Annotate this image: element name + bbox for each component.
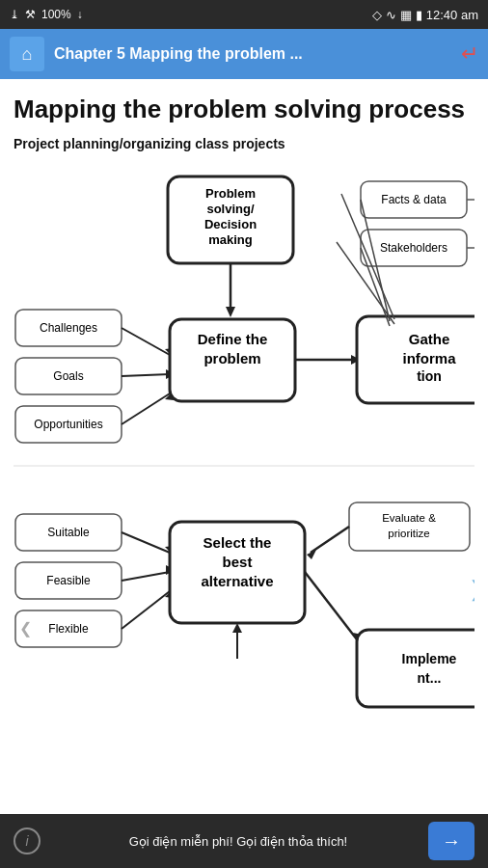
svg-line-55 <box>122 591 170 629</box>
home-icon: ⌂ <box>22 44 33 65</box>
svg-text:❯: ❯ <box>469 577 474 602</box>
svg-line-21 <box>122 374 170 376</box>
nav-bar: ⌂ Chapter 5 Mapping the problem ... ↵ <box>0 29 488 79</box>
svg-text:Feasible: Feasible <box>46 574 91 587</box>
sub-title: Project planning/organizing class projec… <box>14 136 474 151</box>
svg-line-23 <box>122 393 170 424</box>
svg-marker-6 <box>226 307 235 317</box>
svg-text:Suitable: Suitable <box>47 526 90 539</box>
android-icon: ⚒ <box>25 8 36 21</box>
svg-text:Opportunities: Opportunities <box>34 418 102 431</box>
status-bar: ⤓ ⚒ 100% ↓ ◇ ∿ ▦ ▮ 12:40 am <box>0 0 488 29</box>
svg-rect-39 <box>349 502 470 551</box>
back-button[interactable]: ↵ <box>461 41 478 67</box>
network-icon: ▦ <box>400 8 412 22</box>
svg-text:Define the: Define the <box>198 331 268 347</box>
svg-text:Goals: Goals <box>53 369 83 383</box>
signal-icon: ◇ <box>372 8 382 22</box>
svg-text:Evaluate &: Evaluate & <box>382 512 436 524</box>
svg-text:Problem: Problem <box>205 186 256 201</box>
svg-line-42 <box>311 527 349 553</box>
battery-icon: ▮ <box>416 8 422 22</box>
info-icon[interactable]: i <box>14 827 41 854</box>
svg-line-19 <box>122 328 170 355</box>
svg-text:prioritize: prioritize <box>388 528 429 539</box>
svg-text:solving/: solving/ <box>206 202 255 216</box>
status-left-icons: ⤓ ⚒ 100% ↓ <box>10 8 83 21</box>
svg-text:Challenges: Challenges <box>40 321 97 335</box>
svg-text:Facts & data: Facts & data <box>381 193 447 206</box>
svg-text:Stakeholders: Stakeholders <box>380 241 447 255</box>
svg-text:nt...: nt... <box>418 670 442 686</box>
svg-text:problem: problem <box>203 350 260 366</box>
arrow-button[interactable]: → <box>428 822 474 860</box>
diagram-svg: Problem solving/ Decision making Facts &… <box>14 167 474 774</box>
svg-text:Flexible: Flexible <box>48 622 89 636</box>
status-right: ◇ ∿ ▦ ▮ 12:40 am <box>372 8 478 22</box>
svg-text:best: best <box>223 554 253 570</box>
bottom-bar: i Gọi điện miễn phí! Gọi điện thỏa thích… <box>0 814 488 868</box>
svg-text:Impleme: Impleme <box>402 651 457 666</box>
svg-line-51 <box>122 532 170 553</box>
svg-text:alternative: alternative <box>201 573 273 589</box>
svg-text:Decision: Decision <box>204 217 257 231</box>
ad-text: Gọi điện miễn phí! Gọi điện thỏa thích! <box>48 834 428 849</box>
svg-text:making: making <box>208 232 253 247</box>
svg-text:Select the: Select the <box>203 534 272 551</box>
diagram-area: Problem solving/ Decision making Facts &… <box>14 167 474 774</box>
svg-text:tion: tion <box>417 368 442 384</box>
time-display: 12:40 am <box>426 8 478 22</box>
svg-text:Gathe: Gathe <box>409 331 450 347</box>
content-inner: Mapping the problem solving process Proj… <box>0 79 488 784</box>
content-area: Mapping the problem solving process Proj… <box>0 79 488 814</box>
page-title: Mapping the problem solving process <box>14 95 474 124</box>
svg-text:❮: ❮ <box>19 620 32 637</box>
home-button[interactable]: ⌂ <box>10 37 44 71</box>
svg-line-61 <box>305 572 357 639</box>
svg-text:informa: informa <box>402 350 456 366</box>
usb-icon: ⤓ <box>10 8 19 21</box>
svg-rect-63 <box>357 630 474 707</box>
nav-title: Chapter 5 Mapping the problem ... <box>54 45 451 63</box>
wifi-icon: ∿ <box>386 8 396 22</box>
battery-text: 100% <box>41 8 71 21</box>
download-icon: ↓ <box>77 8 83 21</box>
svg-line-53 <box>122 572 170 581</box>
arrow-icon: → <box>442 830 461 853</box>
